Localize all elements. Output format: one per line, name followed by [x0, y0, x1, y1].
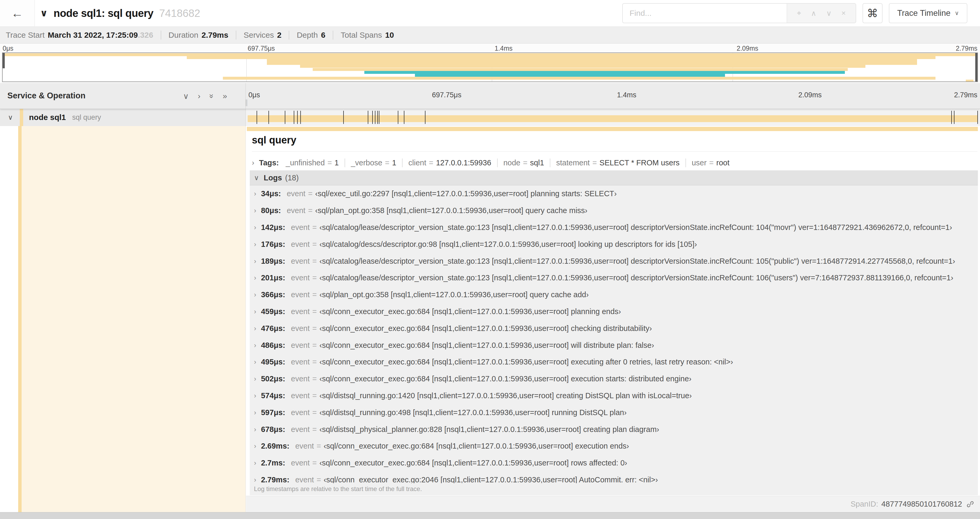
collapse-all-icon[interactable]: »: [207, 94, 216, 98]
log-entry-toggle-icon[interactable]: ›: [254, 476, 256, 483]
log-field-equals: =: [317, 442, 321, 450]
log-entry[interactable]: ›459μs:event=‹sql/conn_executor_exec.go:…: [250, 303, 978, 320]
log-entry-toggle-icon[interactable]: ›: [254, 308, 256, 316]
minimap-canvas[interactable]: [2, 53, 978, 82]
minimap-span-bar: [300, 65, 865, 68]
find-next-icon[interactable]: ∨: [826, 9, 832, 18]
log-field-value: ‹sql/conn_executor_exec.go:684 [nsql1,cl…: [324, 442, 629, 450]
log-field-equals: =: [312, 374, 317, 383]
tags-toggle-icon[interactable]: ›: [252, 158, 254, 167]
bottom-edge: [0, 512, 980, 519]
log-entry[interactable]: ›476μs:event=‹sql/conn_executor_exec.go:…: [250, 320, 978, 337]
span-detail-panel: sql query › Tags: _unfinished=1_verbose=…: [246, 126, 980, 512]
collapse-one-icon[interactable]: ∨: [183, 91, 189, 101]
log-entry[interactable]: ›678μs:event=‹sql/distsql_physical_plann…: [250, 421, 978, 438]
trace-collapse-icon[interactable]: ∨: [40, 8, 48, 19]
log-entry-toggle-icon[interactable]: ›: [254, 257, 256, 265]
log-field-equals: =: [312, 273, 317, 282]
tag-equals: =: [592, 158, 597, 167]
log-field-equals: =: [312, 240, 317, 249]
log-field-value: ‹sql/conn_executor_exec.go:684 [nsql1,cl…: [319, 324, 652, 333]
log-entry-toggle-icon[interactable]: ›: [254, 274, 256, 282]
view-selector-button[interactable]: Trace Timeline ∨: [889, 3, 967, 23]
log-entry-toggle-icon[interactable]: ›: [254, 240, 256, 248]
span-bar[interactable]: [248, 115, 978, 122]
trace-id: 7418682: [159, 7, 200, 19]
find-prev-icon[interactable]: ∧: [811, 9, 816, 18]
logs-toggle-icon: ∨: [254, 174, 259, 182]
log-marker: [977, 111, 978, 124]
locate-icon[interactable]: ⌖: [797, 9, 801, 18]
log-entry[interactable]: ›176μs:event=‹sql/catalog/descs/descript…: [250, 236, 978, 252]
log-entry-toggle-icon[interactable]: ›: [254, 442, 256, 450]
log-field-value: ‹sql/conn_executor_exec.go:684 [nsql1,cl…: [319, 307, 621, 316]
log-list: ›34μs:event=‹sql/exec_util.go:2297 [nsql…: [250, 185, 978, 483]
log-field-key: event: [286, 189, 305, 198]
tag-item: user=root: [686, 158, 729, 167]
back-button[interactable]: ←: [0, 0, 35, 26]
log-entry-toggle-icon[interactable]: ›: [254, 391, 256, 400]
logs-note: Log timestamps are relative to the start…: [254, 485, 422, 493]
minimap-left-handle[interactable]: [3, 53, 5, 68]
log-marker: [269, 111, 269, 124]
log-field-value: ‹sql/conn_executor_exec.go:684 [nsql1,cl…: [319, 341, 654, 350]
link-icon[interactable]: [966, 500, 974, 508]
find-tools: ⌖ ∧ ∨ ×: [787, 4, 856, 23]
log-entry[interactable]: ›366μs:event=‹sql/plan_opt.go:358 [nsql1…: [250, 286, 978, 303]
service-operation-label: Service & Operation: [7, 91, 85, 101]
log-entry[interactable]: ›2.69ms:event=‹sql/conn_executor_exec.go…: [250, 438, 978, 455]
log-entry-toggle-icon[interactable]: ›: [254, 459, 256, 467]
log-entry-toggle-icon[interactable]: ›: [254, 375, 256, 383]
log-entry-toggle-icon[interactable]: ›: [254, 341, 256, 350]
log-marker: [372, 111, 373, 124]
summary-label: Trace Start: [6, 30, 45, 40]
log-entry[interactable]: ›574μs:event=‹sql/distsql_running.go:142…: [250, 387, 978, 404]
log-entry-toggle-icon[interactable]: ›: [254, 324, 256, 332]
log-entry[interactable]: ›80μs:event=‹sql/plan_opt.go:358 [nsql1,…: [250, 202, 978, 219]
keyboard-shortcuts-button[interactable]: ⌘: [862, 3, 883, 23]
log-field-equals: =: [312, 291, 317, 299]
log-field-key: event: [295, 442, 314, 450]
log-timestamp: 2.7ms:: [261, 458, 285, 467]
log-entry-toggle-icon[interactable]: ›: [254, 425, 256, 434]
span-collapse-icon[interactable]: ∨: [8, 113, 13, 121]
span-bar-cell[interactable]: [246, 109, 980, 126]
log-timestamp: 142μs:: [261, 223, 285, 232]
log-entry[interactable]: ›34μs:event=‹sql/exec_util.go:2297 [nsql…: [250, 185, 978, 202]
log-entry-toggle-icon[interactable]: ›: [254, 291, 256, 299]
minimap-right-handle[interactable]: [975, 53, 977, 82]
log-entry[interactable]: ›502μs:event=‹sql/conn_executor_exec.go:…: [250, 370, 978, 387]
log-entry-toggle-icon[interactable]: ›: [254, 206, 256, 215]
tag-key: _unfinished: [286, 158, 325, 167]
log-field-value: ‹sql/plan_opt.go:358 [nsql1,client=127.0…: [319, 291, 589, 299]
log-entry-toggle-icon[interactable]: ›: [254, 224, 256, 232]
tag-value: 127.0.0.1:59936: [436, 158, 491, 167]
log-field-key: event: [291, 240, 310, 249]
log-entry[interactable]: ›2.7ms:event=‹sql/conn_executor_exec.go:…: [250, 455, 978, 471]
tags-section[interactable]: › Tags: _unfinished=1_verbose=1client=12…: [252, 156, 976, 170]
log-entry-toggle-icon[interactable]: ›: [254, 358, 256, 366]
log-entry-toggle-icon[interactable]: ›: [254, 409, 256, 417]
log-entry[interactable]: ›201μs:event=‹sql/catalog/lease/descript…: [250, 270, 978, 286]
log-entry[interactable]: ›597μs:event=‹sql/distsql_running.go:498…: [250, 404, 978, 421]
log-marker: [954, 111, 955, 124]
expand-one-icon[interactable]: ›: [198, 91, 200, 101]
log-entry-toggle-icon[interactable]: ›: [254, 190, 256, 198]
column-resizer[interactable]: ∥: [245, 98, 249, 107]
expand-all-icon[interactable]: »: [223, 91, 227, 101]
logs-header[interactable]: ∨ Logs (18): [250, 170, 978, 185]
find-input[interactable]: [623, 4, 787, 23]
log-entry[interactable]: ›189μs:event=‹sql/catalog/lease/descript…: [250, 252, 978, 270]
log-field-equals: =: [312, 408, 317, 417]
span-name-cell[interactable]: ∨ node sql1 sql query: [0, 109, 246, 126]
log-entry[interactable]: ›486μs:event=‹sql/conn_executor_exec.go:…: [250, 337, 978, 354]
summary-value: 2.79ms: [202, 30, 228, 40]
log-entry[interactable]: ›495μs:event=‹sql/conn_executor_exec.go:…: [250, 354, 978, 370]
summary-value: March 31 2022, 17:25:09: [48, 30, 138, 40]
view-selector-label: Trace Timeline: [897, 8, 950, 18]
log-entry[interactable]: ›2.79ms:event=‹sql/conn_executor_exec.go…: [250, 471, 978, 483]
find-clear-icon[interactable]: ×: [842, 9, 846, 18]
tag-value: 1: [334, 158, 339, 167]
log-entry[interactable]: ›142μs:event=‹sql/catalog/lease/descript…: [250, 219, 978, 236]
trace-title-group: ∨ node sql1: sql query 7418682: [40, 0, 200, 26]
